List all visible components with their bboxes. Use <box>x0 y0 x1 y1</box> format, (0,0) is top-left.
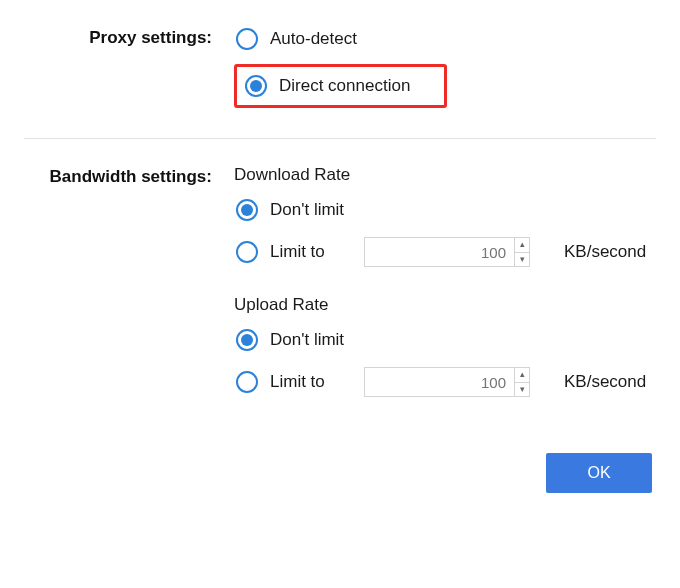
proxy-auto-detect-option[interactable]: Auto-detect <box>234 26 656 52</box>
bandwidth-settings-label: Bandwidth settings: <box>24 165 234 411</box>
upload-limit-to-row: Limit to ▴ ▾ KB/second <box>234 365 656 399</box>
download-rate-group: Download Rate Don't limit Limit to ▴ ▾ <box>234 165 656 269</box>
radio-icon <box>236 241 258 263</box>
radio-icon <box>245 75 267 97</box>
download-limit-unit: KB/second <box>564 242 646 262</box>
ok-button[interactable]: OK <box>546 453 652 493</box>
stepper-down-icon[interactable]: ▾ <box>515 383 529 397</box>
dialog-footer: OK <box>24 453 656 493</box>
proxy-direct-connection-highlight: Direct connection <box>234 64 447 108</box>
stepper-down-icon[interactable]: ▾ <box>515 253 529 267</box>
radio-icon <box>236 28 258 50</box>
proxy-auto-detect-label: Auto-detect <box>270 29 357 49</box>
upload-dont-limit-option[interactable]: Don't limit <box>234 327 656 353</box>
proxy-settings-label: Proxy settings: <box>24 26 234 114</box>
upload-limit-input[interactable] <box>364 367 514 397</box>
proxy-direct-connection-label: Direct connection <box>279 76 410 96</box>
download-rate-title: Download Rate <box>234 165 656 185</box>
download-limit-to-option[interactable]: Limit to <box>236 241 348 263</box>
download-dont-limit-label: Don't limit <box>270 200 344 220</box>
proxy-direct-connection-option[interactable]: Direct connection <box>243 73 414 99</box>
radio-icon <box>236 329 258 351</box>
upload-rate-title: Upload Rate <box>234 295 656 315</box>
section-divider <box>24 138 656 139</box>
download-limit-to-label: Limit to <box>270 242 325 262</box>
radio-icon <box>236 199 258 221</box>
download-limit-input[interactable] <box>364 237 514 267</box>
proxy-settings-section: Proxy settings: Auto-detect Direct conne… <box>24 26 656 114</box>
upload-limit-to-label: Limit to <box>270 372 325 392</box>
upload-limit-stepper[interactable]: ▴ ▾ <box>514 367 530 397</box>
stepper-up-icon[interactable]: ▴ <box>515 368 529 383</box>
download-dont-limit-option[interactable]: Don't limit <box>234 197 656 223</box>
download-limit-to-row: Limit to ▴ ▾ KB/second <box>234 235 656 269</box>
upload-limit-input-wrap: ▴ ▾ <box>364 367 530 397</box>
upload-dont-limit-label: Don't limit <box>270 330 344 350</box>
upload-limit-to-option[interactable]: Limit to <box>236 371 348 393</box>
download-limit-stepper[interactable]: ▴ ▾ <box>514 237 530 267</box>
upload-limit-unit: KB/second <box>564 372 646 392</box>
radio-icon <box>236 371 258 393</box>
upload-rate-group: Upload Rate Don't limit Limit to ▴ ▾ <box>234 295 656 399</box>
stepper-up-icon[interactable]: ▴ <box>515 238 529 253</box>
bandwidth-settings-section: Bandwidth settings: Download Rate Don't … <box>24 165 656 411</box>
download-limit-input-wrap: ▴ ▾ <box>364 237 530 267</box>
